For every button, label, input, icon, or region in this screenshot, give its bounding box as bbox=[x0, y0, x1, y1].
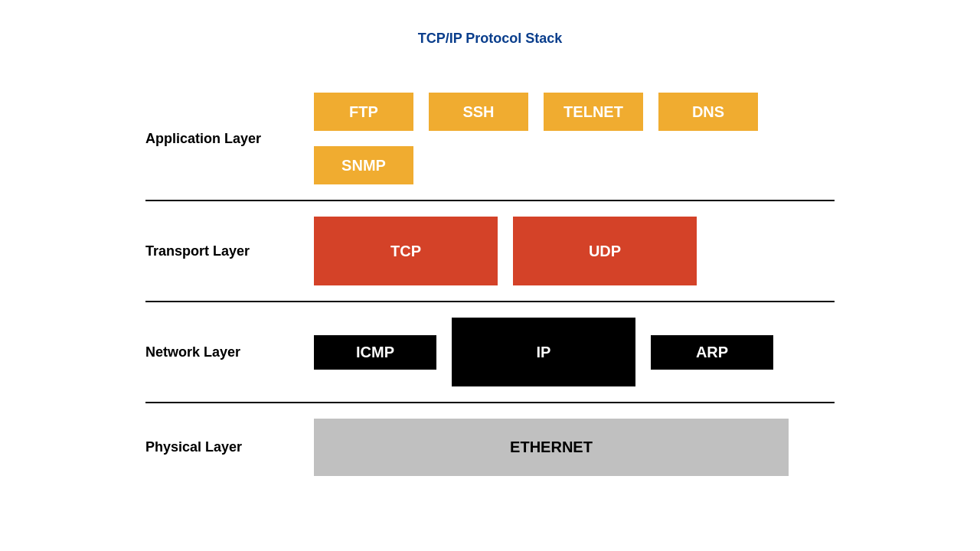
protocol-arp: ARP bbox=[651, 335, 773, 370]
page-title: TCP/IP Protocol Stack bbox=[145, 31, 835, 47]
protocol-ethernet: ETHERNET bbox=[314, 419, 789, 476]
application-layer-section: Application Layer FTP SSH TELNET DNS SNM… bbox=[145, 77, 835, 201]
network-layer-section: Network Layer ICMP IP ARP bbox=[145, 302, 835, 403]
transport-layer-section: Transport Layer TCP UDP bbox=[145, 201, 835, 302]
physical-protocols: ETHERNET bbox=[314, 419, 835, 476]
protocol-ip: IP bbox=[452, 318, 635, 386]
application-protocols: FTP SSH TELNET DNS SNMP bbox=[314, 93, 835, 184]
protocol-dns: DNS bbox=[658, 93, 758, 131]
protocol-tcp: TCP bbox=[314, 217, 498, 285]
physical-layer-section: Physical Layer ETHERNET bbox=[145, 403, 835, 491]
physical-layer-label: Physical Layer bbox=[145, 439, 314, 455]
network-protocols: ICMP IP ARP bbox=[314, 318, 835, 386]
protocol-telnet: TELNET bbox=[544, 93, 643, 131]
transport-protocols: TCP UDP bbox=[314, 217, 835, 285]
transport-layer-label: Transport Layer bbox=[145, 243, 314, 259]
protocol-ftp: FTP bbox=[314, 93, 413, 131]
protocol-snmp: SNMP bbox=[314, 146, 413, 184]
application-layer-label: Application Layer bbox=[145, 131, 314, 147]
protocol-icmp: ICMP bbox=[314, 335, 436, 370]
network-layer-label: Network Layer bbox=[145, 344, 314, 360]
protocol-ssh: SSH bbox=[429, 93, 528, 131]
protocol-udp: UDP bbox=[513, 217, 697, 285]
